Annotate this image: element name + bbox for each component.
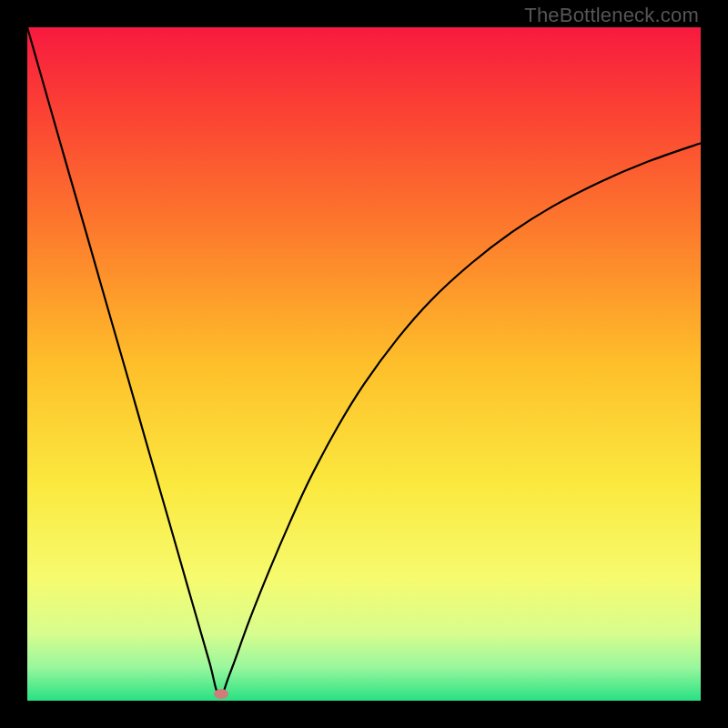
plot-area — [27, 27, 701, 701]
chart-frame: TheBottleneck.com — [0, 0, 728, 728]
watermark-text: TheBottleneck.com — [524, 4, 699, 27]
gradient-background — [27, 27, 701, 701]
chart-svg — [27, 27, 701, 701]
optimum-marker — [214, 689, 228, 699]
